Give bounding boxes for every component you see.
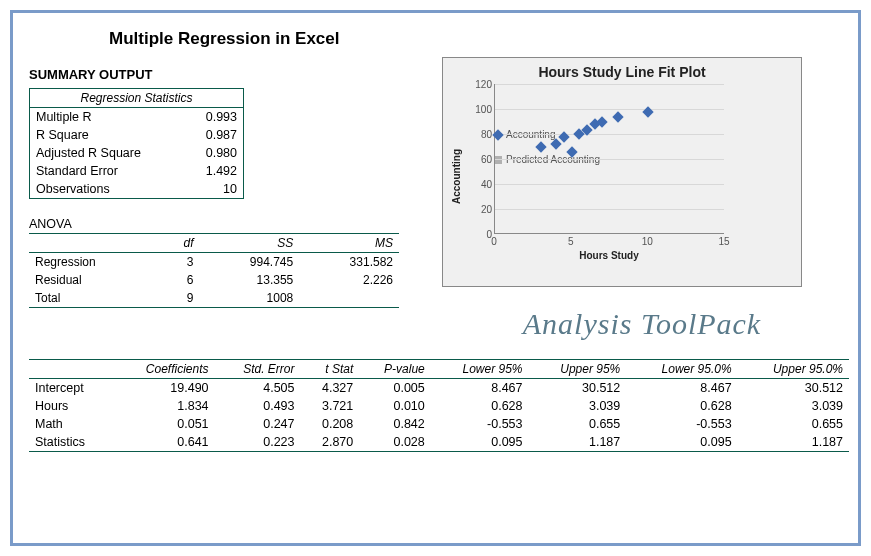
data-point <box>643 106 654 117</box>
table-row: Residual613.3552.226 <box>29 271 399 289</box>
coefficients-table: Coefficients Std. Error t Stat P-value L… <box>29 359 849 452</box>
anova-table: df SS MS Regression3994.745331.582 Resid… <box>29 233 399 308</box>
data-point <box>612 111 623 122</box>
document-frame: Multiple Regression in Excel SUMMARY OUT… <box>10 10 861 546</box>
data-point <box>551 138 562 149</box>
anova-label: ANOVA <box>29 217 429 231</box>
x-axis-label: Hours Study <box>494 250 724 261</box>
table-row: Observations10 <box>30 180 244 199</box>
data-point <box>558 131 569 142</box>
table-row: Hours1.8340.4933.7210.0100.6283.0390.628… <box>29 397 849 415</box>
data-point <box>535 141 546 152</box>
y-ticks: 020406080100120 <box>466 84 492 234</box>
scatter-chart: Hours Study Line Fit Plot Accounting 020… <box>442 57 802 287</box>
table-row: Multiple R0.993 <box>30 108 244 127</box>
plot-area <box>494 84 724 234</box>
table-row: R Square0.987 <box>30 126 244 144</box>
y-axis-label: Accounting <box>449 84 464 269</box>
table-row: Intercept19.4904.5054.3270.0058.46730.51… <box>29 379 849 398</box>
table-row: Regression3994.745331.582 <box>29 253 399 272</box>
table-row: Standard Error1.492 <box>30 162 244 180</box>
reg-stats-header: Regression Statistics <box>30 89 244 108</box>
page-title: Multiple Regression in Excel <box>109 29 842 49</box>
table-row: Total91008 <box>29 289 399 308</box>
table-row: Math0.0510.2470.2080.842-0.5530.655-0.55… <box>29 415 849 433</box>
summary-output-label: SUMMARY OUTPUT <box>29 67 429 82</box>
analysis-toolpack-label: Analysis ToolPack <box>442 307 842 341</box>
data-point <box>566 146 577 157</box>
chart-title: Hours Study Line Fit Plot <box>449 64 795 80</box>
regression-statistics-table: Regression Statistics Multiple R0.993 R … <box>29 88 244 199</box>
table-row: Adjusted R Square0.980 <box>30 144 244 162</box>
table-row: Statistics0.6410.2232.8700.0280.0951.187… <box>29 433 849 452</box>
